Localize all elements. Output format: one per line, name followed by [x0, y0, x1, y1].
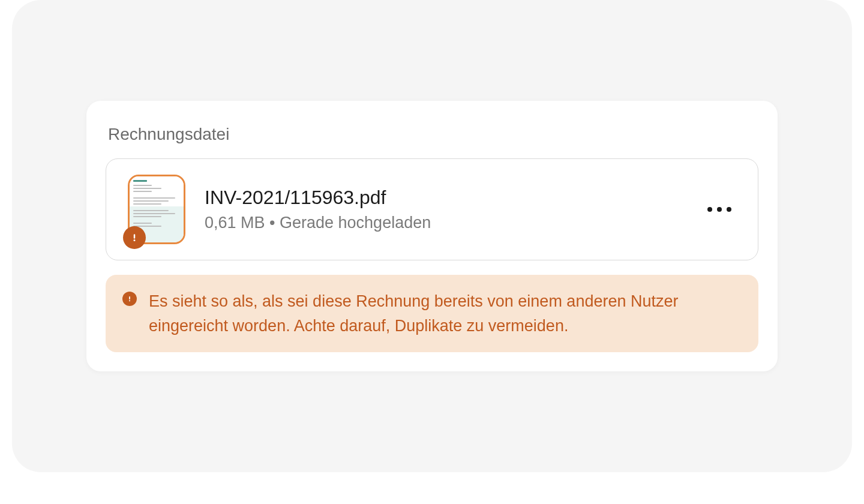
alert-message: Es sieht so als, als sei diese Rechnung … [149, 289, 742, 338]
more-dots-icon [727, 207, 731, 212]
more-dots-icon [707, 207, 712, 212]
page-container: Rechnungsdatei [12, 0, 852, 472]
svg-rect-1 [134, 234, 136, 239]
file-info: INV-2021/115963.pdf 0,61 MB • Gerade hoc… [205, 187, 683, 232]
alert-icon [122, 292, 137, 306]
file-name: INV-2021/115963.pdf [205, 187, 683, 209]
svg-point-4 [129, 300, 130, 301]
svg-rect-3 [129, 296, 130, 299]
file-attachment-row[interactable]: INV-2021/115963.pdf 0,61 MB • Gerade hoc… [106, 158, 758, 260]
duplicate-warning-alert: Es sieht so als, als sei diese Rechnung … [106, 275, 758, 352]
file-meta: 0,61 MB • Gerade hochgeladen [205, 214, 683, 232]
more-dots-icon [717, 207, 722, 212]
invoice-file-card: Rechnungsdatei [86, 101, 778, 371]
section-title: Rechnungsdatei [108, 125, 758, 144]
more-options-button[interactable] [703, 202, 736, 217]
warning-badge-icon [123, 226, 146, 249]
svg-point-2 [134, 239, 136, 241]
file-thumbnail-wrapper [128, 175, 185, 244]
